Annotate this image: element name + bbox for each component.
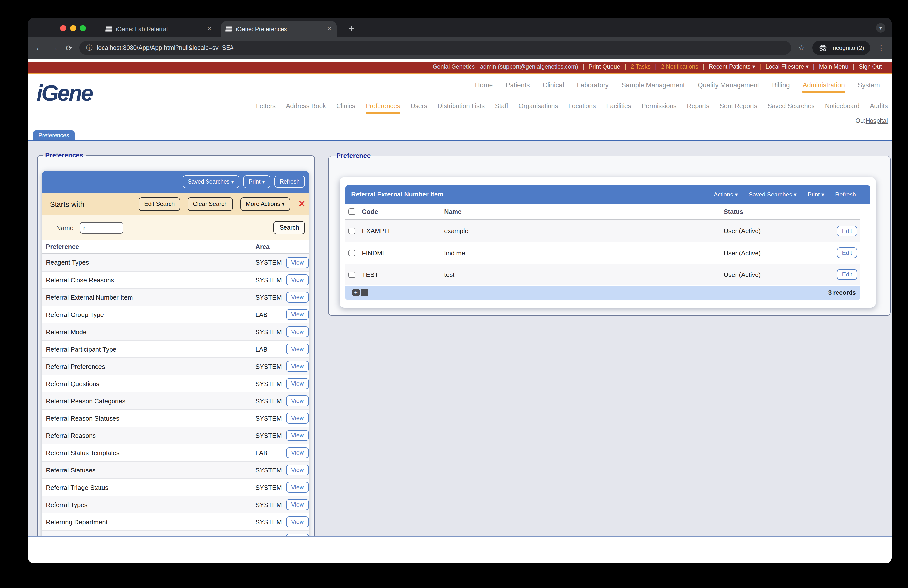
more-actions-button[interactable]: More Actions ▾ [240,197,290,211]
nav-item[interactable]: Preferences [365,102,400,113]
minimize-window-icon[interactable] [70,25,76,31]
topbar-item[interactable]: Local Filestore ▾ [755,63,808,70]
select-all-checkbox[interactable] [348,208,355,214]
saved-searches-button[interactable]: Saved Searches ▾ [182,175,239,188]
nav-item[interactable]: System [858,81,880,89]
print-button[interactable]: Print ▾ [243,175,270,188]
nav-item[interactable]: Organisations [518,102,558,110]
view-button[interactable]: View [286,274,309,285]
bookmark-star-icon[interactable]: ☆ [799,43,805,52]
nav-item[interactable]: Letters [256,102,276,110]
view-button[interactable]: View [286,499,309,510]
view-button[interactable]: View [286,447,309,458]
view-button[interactable]: View [286,292,309,303]
nav-item[interactable]: Users [411,102,427,110]
browser-tab[interactable]: iGene: Lab Referral ✕ [101,21,217,37]
refresh-button[interactable]: Refresh [274,176,305,188]
nav-item[interactable]: Sample Management [621,81,685,89]
column-header-actions [286,240,309,253]
view-button[interactable]: View [286,378,309,389]
edit-search-button[interactable]: Edit Search [138,197,180,211]
view-button[interactable]: View [286,361,309,372]
nav-item[interactable]: Clinics [336,102,355,110]
view-button[interactable]: View [286,413,309,424]
view-button[interactable]: View [286,430,309,441]
nav-item[interactable]: Staff [495,102,508,110]
column-header-status[interactable]: Status [718,204,834,219]
add-record-button[interactable]: + [352,289,359,296]
column-header-name[interactable]: Name [438,204,718,219]
view-button[interactable]: View [286,326,309,337]
browser-menu-icon[interactable]: ⋮ [877,43,885,52]
url-bar[interactable]: ⓘ localhost:8080/App/App.html?null&local… [80,41,791,55]
nav-item[interactable]: Laboratory [577,81,609,89]
topbar-item[interactable]: Main Menu [808,63,848,70]
view-button[interactable]: View [286,395,309,406]
edit-button[interactable]: Edit [837,247,857,258]
nav-item[interactable]: Clinical [543,81,564,89]
topbar-item[interactable]: 2 Notifications [650,63,698,70]
row-checkbox[interactable] [348,250,355,256]
column-header-code[interactable]: Code [359,204,438,219]
nav-item[interactable]: Distribution Lists [438,102,485,110]
nav-item[interactable]: Patients [506,81,530,89]
nav-item[interactable]: Reports [687,102,709,110]
referral-items-table: Code Name Status EXAMPLE example User (A… [345,204,860,285]
actions-menu[interactable]: Actions ▾ [714,191,738,198]
column-header-area[interactable]: Area [253,240,286,253]
column-header-preference[interactable]: Preference [42,240,253,253]
page-tab-preferences[interactable]: Preferences [33,130,74,140]
browser-tab[interactable]: iGene: Preferences ✕ [221,21,336,37]
view-button[interactable]: View [286,482,309,493]
view-button[interactable]: View [286,344,309,354]
name-input[interactable] [80,222,123,233]
nav-item[interactable]: Noticeboard [825,102,860,110]
site-info-icon[interactable]: ⓘ [86,43,93,52]
topbar-item[interactable]: Sign Out [848,63,882,70]
topbar-item[interactable]: Genial Genetics - admin (support@genialg… [433,63,578,70]
view-button[interactable]: View [286,309,309,320]
view-button[interactable]: View [286,465,309,475]
remove-record-button[interactable]: − [361,289,368,296]
nav-item[interactable]: Saved Searches [768,102,815,110]
nav-item[interactable]: Permissions [642,102,676,110]
close-search-icon[interactable]: ✕ [298,200,306,208]
close-window-icon[interactable] [60,25,66,31]
topbar-item[interactable]: Recent Patients ▾ [698,63,755,70]
nav-item[interactable]: Billing [772,81,790,89]
new-tab-button[interactable]: + [345,22,358,35]
row-checkbox[interactable] [348,271,355,278]
ou-hospital-link[interactable]: Hospital [866,118,888,124]
reload-icon[interactable]: ⟳ [66,43,72,53]
print-menu[interactable]: Print ▾ [808,191,824,198]
nav-item[interactable]: Home [475,81,493,89]
preference-table-row: Referral Status Templates LAB View [42,444,309,461]
view-button[interactable]: View [286,516,309,527]
zoom-window-icon[interactable] [80,25,86,31]
topbar-item[interactable]: 2 Tasks [620,63,650,70]
tab-search-button[interactable]: ▼ [876,23,885,32]
refresh-link[interactable]: Refresh [835,191,856,198]
saved-searches-menu[interactable]: Saved Searches ▾ [749,191,797,198]
forward-icon[interactable]: → [50,43,58,52]
nav-item[interactable]: Administration [803,81,845,93]
name-search-row: Name Search [42,215,309,240]
search-button[interactable]: Search [274,221,305,234]
clear-search-button[interactable]: Clear Search [188,197,233,211]
view-button[interactable]: View [286,257,309,268]
tab-close-icon[interactable]: ✕ [327,26,332,32]
nav-item[interactable]: Facilities [606,102,631,110]
view-button[interactable]: View [286,534,309,535]
topbar-item[interactable]: Print Queue [578,63,620,70]
nav-item[interactable]: Quality Management [698,81,759,89]
nav-item[interactable]: Audits [870,102,888,110]
nav-item[interactable]: Address Book [286,102,326,110]
nav-item[interactable]: Locations [568,102,596,110]
edit-button[interactable]: Edit [837,226,857,236]
back-icon[interactable]: ← [35,43,43,52]
select-all-cell [345,204,359,219]
row-checkbox[interactable] [348,227,355,234]
edit-button[interactable]: Edit [837,269,857,280]
tab-close-icon[interactable]: ✕ [207,26,212,32]
nav-item[interactable]: Sent Reports [720,102,757,110]
